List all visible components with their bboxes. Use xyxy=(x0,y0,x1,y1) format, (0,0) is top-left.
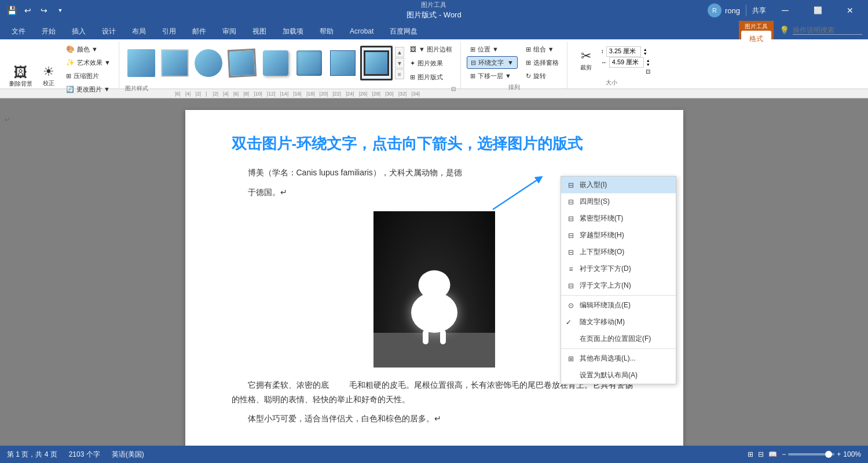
tab-reference[interactable]: 引用 xyxy=(154,23,184,39)
gallery-up-arrow[interactable]: ▲ xyxy=(395,47,404,57)
change-pic-button[interactable]: 🔄 更改图片 ▼ xyxy=(63,83,114,95)
main-tabs: 文件 开始 插入 设计 布局 引用 邮件 审阅 视图 加载项 帮助 Acroba… xyxy=(0,21,739,39)
pic-style-1[interactable] xyxy=(125,46,158,80)
position-button[interactable]: ⊞ 位置 ▼ xyxy=(467,43,518,56)
ruler-marks: |6| |4| |2| | |2| |4| |6| |8| |10| |12| … xyxy=(175,91,868,97)
menu-label-more: 其他布局选项(L)... xyxy=(580,354,636,363)
zoom-out-icon[interactable]: − xyxy=(782,450,786,458)
save-icon[interactable]: 💾 xyxy=(5,3,19,17)
tab-format[interactable]: 格式 xyxy=(741,31,771,47)
para-1-text: 博美（学名：Canis lupus familiaris），犬科犬属动物，是德 xyxy=(248,168,462,177)
color-button[interactable]: 🎨 颜色 ▼ xyxy=(63,43,114,56)
pic-effect-icon: ✦ xyxy=(410,60,415,67)
height-up[interactable]: ▲ xyxy=(643,47,647,52)
tab-mail[interactable]: 邮件 xyxy=(184,23,214,39)
pic-layout-button[interactable]: ⊞ 图片版式 xyxy=(406,71,456,83)
pic-style-3[interactable] xyxy=(192,46,225,80)
user-avatar[interactable]: R xyxy=(708,3,721,17)
menu-item-tight[interactable]: ⊟ 紧密型环绕(T) xyxy=(561,210,676,227)
view-print-icon[interactable]: ⊞ xyxy=(748,450,753,458)
ribbon-group-pic-styles: ▲ ▼ ≡ 🖼 ▼ 图片边框 ✦ 图片效果 ⊞ 图片版式 图片样 xyxy=(120,42,461,89)
dog-image[interactable] xyxy=(373,211,495,368)
tools-label: 图片工具 xyxy=(739,21,774,31)
minimize-button[interactable]: ─ xyxy=(772,0,799,21)
square-icon: ⊟ xyxy=(566,197,576,207)
ribbon-bar: 🖼 删除背景 ☀ 校正 🎨 颜色 ▼ ✨ 艺术效果 ▼ ⊞ 压缩图片 xyxy=(0,39,868,89)
menu-item-front[interactable]: ⊟ 浮于文字上方(N) xyxy=(561,277,676,294)
tab-baiducloud[interactable]: 百度网盘 xyxy=(382,23,426,39)
pic-style-8[interactable] xyxy=(360,46,393,80)
wrap-text-button[interactable]: ⊟ 环绕文字 ▼ xyxy=(467,56,518,69)
tab-home[interactable]: 开始 xyxy=(34,23,64,39)
width-up[interactable]: ▲ xyxy=(646,58,650,63)
menu-item-set-default[interactable]: 设置为默认布局(A) xyxy=(561,367,676,384)
maximize-button[interactable]: ⬜ xyxy=(804,0,831,21)
separator-2 xyxy=(561,348,676,349)
ribbon-group-size: ✂ 裁剪 ↕ ▲ ▼ ↔ ▲ ▼ xyxy=(569,42,655,89)
correct-button[interactable]: ☀ 校正 xyxy=(37,58,60,93)
doc-content-2: 它拥有柔软、浓密的底 毛和粗硬的皮毛。尾根位置很高，长有浓密饰毛的尾巴卷放在背上… xyxy=(232,378,637,427)
pic-effect-button[interactable]: ✦ 图片效果 xyxy=(406,57,456,69)
ribbon-group-adjust: 🖼 删除背景 ☀ 校正 🎨 颜色 ▼ ✨ 艺术效果 ▼ ⊞ 压缩图片 xyxy=(2,42,119,89)
pic-style-7[interactable] xyxy=(327,46,359,80)
menu-item-fix-position[interactable]: 在页面上的位置固定(F) xyxy=(561,330,676,347)
tab-view[interactable]: 视图 xyxy=(244,23,274,39)
menu-item-edit-points[interactable]: ⊙ 编辑环绕顶点(E) xyxy=(561,297,676,314)
pic-style-4[interactable] xyxy=(226,46,258,80)
tab-acrobat[interactable]: Acrobat xyxy=(342,23,382,39)
menu-item-topbottom[interactable]: ⊟ 上下型环绕(O) xyxy=(561,244,676,260)
pic-border-button[interactable]: 🖼 ▼ 图片边框 xyxy=(406,43,456,56)
through-icon: ⊟ xyxy=(566,231,576,240)
zoom-in-icon[interactable]: + xyxy=(837,450,841,458)
zoom-slider[interactable] xyxy=(788,453,834,455)
compress-pic-button[interactable]: ⊞ 压缩图片 xyxy=(63,69,114,82)
tab-layout[interactable]: 布局 xyxy=(124,23,154,39)
color-icon: 🎨 xyxy=(66,45,75,53)
menu-item-behind[interactable]: ≡ 衬于文字下方(D) xyxy=(561,260,676,277)
close-button[interactable]: ✕ xyxy=(837,0,863,21)
move-back-button[interactable]: ⊞ 下移一层 ▼ xyxy=(467,69,518,82)
menu-item-inline[interactable]: ⊟ 嵌入型(I) xyxy=(561,177,676,193)
tab-design[interactable]: 设计 xyxy=(94,23,124,39)
pic-style-5[interactable] xyxy=(259,46,292,80)
combine-button[interactable]: ⊞ 组合 ▼ xyxy=(522,43,562,56)
menu-item-more-options[interactable]: ⊞ 其他布局选项(L)... xyxy=(561,350,676,367)
crop-button[interactable]: ✂ 裁剪 xyxy=(573,43,599,78)
pic-style-6[interactable] xyxy=(293,46,325,80)
remove-background-button[interactable]: 🖼 删除背景 xyxy=(7,58,35,93)
width-down[interactable]: ▼ xyxy=(646,63,650,67)
menu-item-square[interactable]: ⊟ 四周型(S) xyxy=(561,193,676,210)
document-area: ↵ 双击图片-环绕文字，点击向下箭头，选择图片的版式 博美（学名：Canis l… xyxy=(0,98,868,446)
menu-item-through[interactable]: ⊟ 穿越型环绕(H) xyxy=(561,227,676,244)
height-down[interactable]: ▼ xyxy=(643,52,647,56)
menu-item-move-with-text[interactable]: ✓ 随文字移动(M) xyxy=(561,314,676,330)
redo-icon[interactable]: ↪ xyxy=(37,3,51,17)
undo-icon[interactable]: ↩ xyxy=(21,3,35,17)
artistic-effect-button[interactable]: ✨ 艺术效果 ▼ xyxy=(63,56,114,69)
gallery-down-arrow[interactable]: ▼ xyxy=(395,58,404,68)
menu-label-tight: 紧密型环绕(T) xyxy=(580,214,623,223)
tab-review[interactable]: 审阅 xyxy=(214,23,244,39)
search-input[interactable] xyxy=(793,26,862,35)
view-read-icon[interactable]: 📖 xyxy=(768,450,777,458)
size-content: ✂ 裁剪 ↕ ▲ ▼ ↔ ▲ ▼ xyxy=(573,43,650,78)
tab-insert[interactable]: 插入 xyxy=(64,23,94,39)
check-icon: ✓ xyxy=(566,318,572,326)
arrange-content: ⊞ 位置 ▼ ⊟ 环绕文字 ▼ ⊞ 下移一层 ▼ ⊞ 组合 ▼ xyxy=(467,43,562,82)
tab-addins[interactable]: 加载项 xyxy=(274,23,312,39)
pic-style-2[interactable] xyxy=(159,46,191,80)
share-label[interactable]: 共享 xyxy=(752,6,766,16)
size-expand-icon[interactable]: ⊡ xyxy=(646,68,650,75)
gallery-more-arrow[interactable]: ≡ xyxy=(395,69,404,79)
tab-file[interactable]: 文件 xyxy=(3,23,34,39)
width-input[interactable] xyxy=(609,57,644,68)
menu-label-fix: 在页面上的位置固定(F) xyxy=(580,334,651,344)
tab-help[interactable]: 帮助 xyxy=(312,23,342,39)
customize-icon[interactable]: ▼ xyxy=(53,3,67,17)
select-pane-button[interactable]: ⊞ 选择窗格 xyxy=(522,56,562,69)
height-input[interactable] xyxy=(606,46,641,57)
user-name: rong xyxy=(725,6,740,15)
menu-label-topbottom: 上下型环绕(O) xyxy=(580,247,624,257)
view-web-icon[interactable]: ⊟ xyxy=(758,450,764,458)
rotate-button[interactable]: ↻ 旋转 xyxy=(522,69,562,82)
